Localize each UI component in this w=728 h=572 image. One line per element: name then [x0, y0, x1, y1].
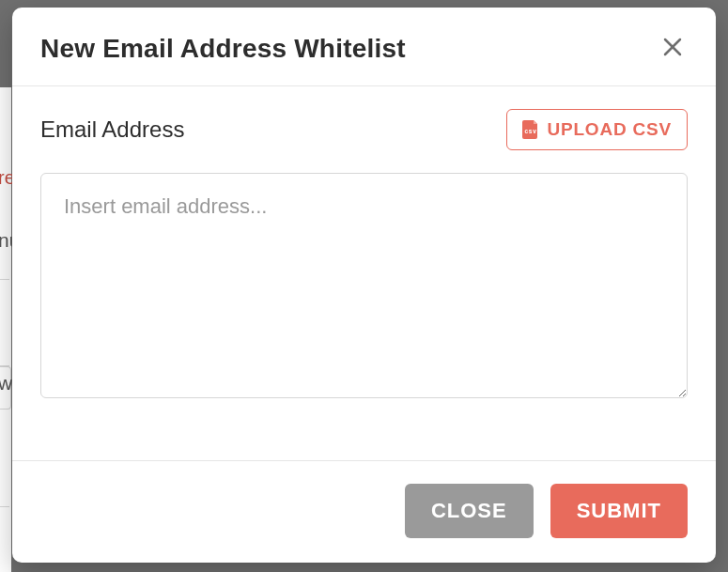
upload-csv-label: UPLOAD CSV — [547, 119, 672, 140]
background-text-fragment: w — [0, 372, 12, 394]
close-button[interactable]: CLOSE — [405, 484, 534, 538]
email-field-row: Email Address csv UPLOAD CSV — [40, 109, 688, 150]
modal-title: New Email Address Whitelist — [40, 34, 406, 64]
modal-header: New Email Address Whitelist — [12, 8, 716, 86]
close-modal-button[interactable] — [658, 32, 688, 65]
email-address-label: Email Address — [40, 116, 184, 143]
new-email-whitelist-modal: New Email Address Whitelist Email Addres… — [12, 8, 716, 563]
csv-file-icon: csv — [522, 120, 539, 139]
upload-csv-button[interactable]: csv UPLOAD CSV — [506, 109, 688, 150]
modal-body: Email Address csv UPLOAD CSV — [12, 86, 716, 460]
background-divider — [0, 506, 9, 507]
submit-button[interactable]: SUBMIT — [550, 484, 688, 538]
modal-footer: CLOSE SUBMIT — [12, 460, 716, 563]
email-address-textarea[interactable] — [40, 173, 688, 398]
background-panel — [0, 87, 11, 572]
svg-text:csv: csv — [525, 128, 537, 134]
close-icon — [661, 36, 684, 61]
background-divider — [0, 279, 9, 280]
